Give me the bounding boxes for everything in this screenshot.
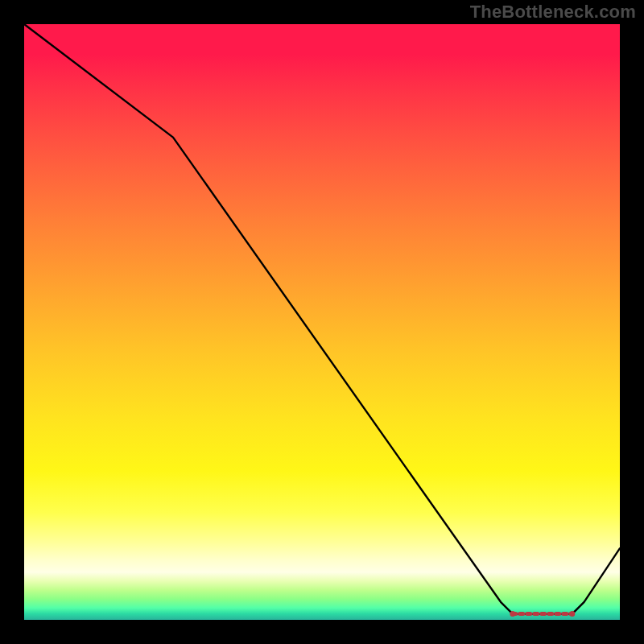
bottleneck-curve-line xyxy=(24,24,620,614)
optimal-range-endpoint xyxy=(510,611,515,617)
chart-svg xyxy=(24,24,620,620)
plot-area xyxy=(24,24,620,620)
chart-stage: TheBottleneck.com xyxy=(0,0,644,644)
line-series xyxy=(24,24,620,614)
optimal-range-endpoint xyxy=(569,611,575,617)
watermark-text: TheBottleneck.com xyxy=(470,2,636,23)
optimal-range-markers xyxy=(510,611,575,617)
